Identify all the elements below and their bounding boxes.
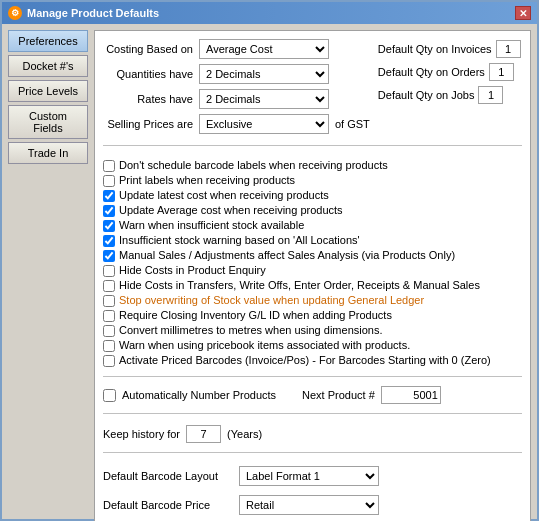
selling-label: Selling Prices are	[103, 118, 193, 130]
cb9-label: Hide Costs in Transfers, Write Offs, Ent…	[119, 279, 480, 291]
checkbox-section: Don't schedule barcode labels when recei…	[103, 159, 522, 367]
quantities-label: Quantities have	[103, 68, 193, 80]
title-bar: ⚙ Manage Product Defaults ✕	[2, 2, 537, 24]
checkbox-row-11: Require Closing Inventory G/L ID when ad…	[103, 309, 522, 322]
auto-number-checkbox[interactable]	[103, 389, 116, 402]
quantities-row: Quantities have 2 Decimals	[103, 64, 370, 84]
checkbox-row-4: Update Average cost when receiving produ…	[103, 204, 522, 217]
barcode-price-label: Default Barcode Price	[103, 499, 233, 511]
costing-select[interactable]: Average Cost Last Cost Standard Cost	[199, 39, 329, 59]
checkbox-row-3: Update latest cost when receiving produc…	[103, 189, 522, 202]
checkbox-row-8: Hide Costs in Product Enquiry	[103, 264, 522, 277]
cb13-label: Warn when using pricebook items associat…	[119, 339, 410, 351]
right-form: Default Qty on Invoices Default Qty on O…	[378, 39, 521, 105]
checkbox-row-5: Warn when insufficient stock available	[103, 219, 522, 232]
history-input[interactable]	[186, 425, 221, 443]
barcode-layout-row: Default Barcode Layout Label Format 1 La…	[103, 466, 522, 486]
checkbox-row-1: Don't schedule barcode labels when recei…	[103, 159, 522, 172]
sidebar-item-pricelevels[interactable]: Price Levels	[8, 80, 88, 102]
cb14-label: Activate Priced Barcodes (Invoice/Pos) -…	[119, 354, 491, 366]
divider-3	[103, 413, 522, 414]
costing-row: Costing Based on Average Cost Last Cost …	[103, 39, 370, 59]
selling-row: Selling Prices are Exclusive Inclusive o…	[103, 114, 370, 134]
cb7-label: Manual Sales / Adjustments affect Sales …	[119, 249, 455, 261]
rates-row: Rates have 2 Decimals	[103, 89, 370, 109]
cb1-checkbox[interactable]	[103, 160, 115, 172]
auto-number-label: Automatically Number Products	[122, 389, 276, 401]
history-label: Keep history for	[103, 428, 180, 440]
cb8-checkbox[interactable]	[103, 265, 115, 277]
next-product-label: Next Product #	[302, 389, 375, 401]
auto-number-row: Automatically Number Products Next Produ…	[103, 386, 522, 404]
divider-4	[103, 452, 522, 453]
cb6-label: Insufficient stock warning based on 'All…	[119, 234, 360, 246]
cb11-label: Require Closing Inventory G/L ID when ad…	[119, 309, 392, 321]
cb6-checkbox[interactable]	[103, 235, 115, 247]
cb3-checkbox[interactable]	[103, 190, 115, 202]
sidebar-item-docket[interactable]: Docket #'s	[8, 55, 88, 77]
sidebar-item-customfields[interactable]: Custom Fields	[8, 105, 88, 139]
content-area: Preferences Docket #'s Price Levels Cust…	[2, 24, 537, 521]
app-icon: ⚙	[8, 6, 22, 20]
sidebar-item-tradein[interactable]: Trade In	[8, 142, 88, 164]
cb14-checkbox[interactable]	[103, 355, 115, 367]
cb12-label: Convert millimetres to metres when using…	[119, 324, 383, 336]
default-qty-invoices-input[interactable]	[496, 40, 521, 58]
divider-2	[103, 376, 522, 377]
checkbox-row-10: Stop overwriting of Stock value when upd…	[103, 294, 522, 307]
sidebar: Preferences Docket #'s Price Levels Cust…	[8, 30, 88, 521]
divider-1	[103, 145, 522, 146]
default-qty-orders-row: Default Qty on Orders	[378, 62, 521, 82]
next-product-input[interactable]	[381, 386, 441, 404]
default-qty-jobs-label: Default Qty on Jobs	[378, 89, 475, 101]
barcode-price-row: Default Barcode Price Retail Wholesale	[103, 495, 522, 515]
checkbox-row-9: Hide Costs in Transfers, Write Offs, Ent…	[103, 279, 522, 292]
checkbox-row-13: Warn when using pricebook items associat…	[103, 339, 522, 352]
cb8-label: Hide Costs in Product Enquiry	[119, 264, 266, 276]
cb10-checkbox[interactable]	[103, 295, 115, 307]
cb12-checkbox[interactable]	[103, 325, 115, 337]
sidebar-item-preferences[interactable]: Preferences	[8, 30, 88, 52]
default-qty-invoices-row: Default Qty on Invoices	[378, 39, 521, 59]
checkbox-row-6: Insufficient stock warning based on 'All…	[103, 234, 522, 247]
cb2-checkbox[interactable]	[103, 175, 115, 187]
cb2-label: Print labels when receiving products	[119, 174, 295, 186]
selling-select[interactable]: Exclusive Inclusive	[199, 114, 329, 134]
cb3-label: Update latest cost when receiving produc…	[119, 189, 329, 201]
cb7-checkbox[interactable]	[103, 250, 115, 262]
barcode-price-select[interactable]: Retail Wholesale	[239, 495, 379, 515]
costing-label: Costing Based on	[103, 43, 193, 55]
cb5-checkbox[interactable]	[103, 220, 115, 232]
gst-label: of GST	[335, 118, 370, 130]
rates-label: Rates have	[103, 93, 193, 105]
checkbox-row-12: Convert millimetres to metres when using…	[103, 324, 522, 337]
quantities-select[interactable]: 2 Decimals	[199, 64, 329, 84]
cb4-checkbox[interactable]	[103, 205, 115, 217]
cb10-label: Stop overwriting of Stock value when upd…	[119, 294, 424, 306]
checkbox-row-14: Activate Priced Barcodes (Invoice/Pos) -…	[103, 354, 522, 367]
checkbox-row-2: Print labels when receiving products	[103, 174, 522, 187]
title-bar-left: ⚙ Manage Product Defaults	[8, 6, 159, 20]
history-row: Keep history for (Years)	[103, 425, 522, 443]
barcode-layout-select[interactable]: Label Format 1 Label Format 2	[239, 466, 379, 486]
manage-product-defaults-window: ⚙ Manage Product Defaults ✕ Preferences …	[0, 0, 539, 521]
default-qty-invoices-label: Default Qty on Invoices	[378, 43, 492, 55]
cb13-checkbox[interactable]	[103, 340, 115, 352]
cb9-checkbox[interactable]	[103, 280, 115, 292]
default-qty-jobs-input[interactable]	[478, 86, 503, 104]
history-unit: (Years)	[227, 428, 262, 440]
cb1-label: Don't schedule barcode labels when recei…	[119, 159, 388, 171]
header-group: Costing Based on Average Cost Last Cost …	[103, 39, 522, 136]
default-qty-orders-input[interactable]	[489, 63, 514, 81]
barcode-layout-label: Default Barcode Layout	[103, 470, 233, 482]
default-qty-orders-label: Default Qty on Orders	[378, 66, 485, 78]
cb11-checkbox[interactable]	[103, 310, 115, 322]
cb5-label: Warn when insufficient stock available	[119, 219, 304, 231]
window-title: Manage Product Defaults	[27, 7, 159, 19]
main-panel: Costing Based on Average Cost Last Cost …	[94, 30, 531, 521]
cb4-label: Update Average cost when receiving produ…	[119, 204, 343, 216]
default-qty-jobs-row: Default Qty on Jobs	[378, 85, 521, 105]
rates-select[interactable]: 2 Decimals	[199, 89, 329, 109]
window-close-button[interactable]: ✕	[515, 6, 531, 20]
checkbox-row-7: Manual Sales / Adjustments affect Sales …	[103, 249, 522, 262]
